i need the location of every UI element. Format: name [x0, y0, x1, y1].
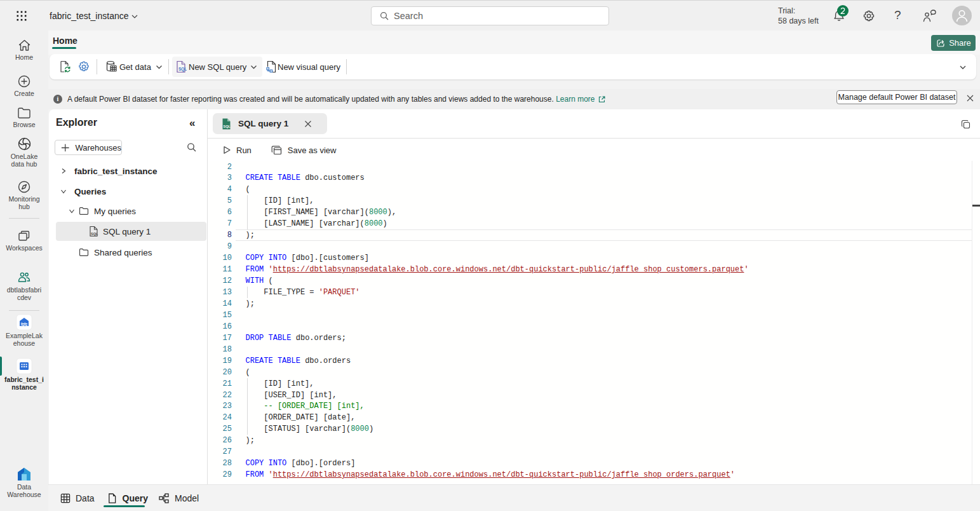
svg-text:SQL: SQL	[91, 232, 98, 236]
svg-text:SQL: SQL	[178, 67, 187, 72]
svg-text:SQL: SQL	[224, 124, 231, 128]
